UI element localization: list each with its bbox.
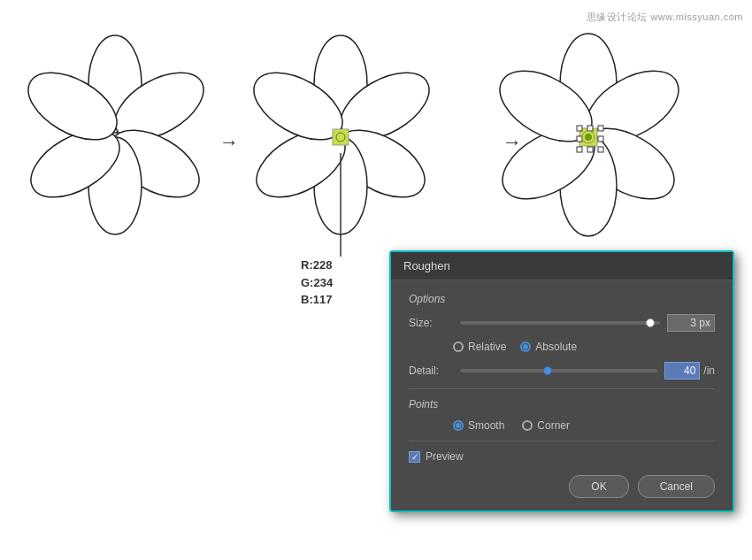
svg-rect-60 [598, 136, 603, 142]
svg-rect-57 [587, 126, 593, 131]
absolute-radio[interactable]: Absolute [520, 341, 577, 353]
smooth-radio-circle[interactable] [453, 420, 464, 431]
color-b: B:117 [301, 291, 333, 309]
radio-row: Relative Absolute [453, 341, 715, 353]
smooth-radio[interactable]: Smooth [453, 419, 504, 432]
size-row: Size: [409, 314, 715, 332]
relative-label: Relative [468, 341, 506, 353]
points-row: Smooth Corner [453, 419, 715, 432]
relative-radio[interactable]: Relative [453, 341, 506, 353]
illustration-area: → → [0, 0, 752, 274]
smooth-label: Smooth [468, 419, 504, 432]
svg-rect-61 [577, 147, 582, 152]
detail-slider-track[interactable] [460, 369, 657, 372]
preview-checkbox[interactable] [409, 451, 420, 463]
svg-text:→: → [219, 131, 239, 153]
points-label: Points [409, 398, 715, 410]
absolute-label: Absolute [535, 341, 577, 353]
size-slider-thumb[interactable] [646, 318, 655, 327]
dialog-title: Roughen [391, 252, 733, 280]
preview-label: Preview [426, 450, 464, 463]
detail-label: Detail: [409, 364, 453, 377]
divider2 [409, 441, 715, 441]
detail-slider-thumb[interactable] [543, 366, 552, 375]
corner-label: Corner [537, 419, 570, 432]
svg-rect-62 [587, 147, 593, 152]
svg-rect-59 [577, 136, 582, 142]
detail-input[interactable] [664, 362, 700, 380]
size-input[interactable] [667, 314, 715, 332]
ok-button[interactable]: OK [569, 475, 628, 498]
svg-point-65 [585, 134, 592, 141]
svg-rect-58 [598, 126, 603, 131]
size-slider-track[interactable] [460, 321, 660, 325]
detail-row: Detail: /in [409, 362, 715, 380]
svg-rect-63 [598, 147, 603, 152]
button-row: OK Cancel [409, 475, 715, 498]
roughen-dialog: Roughen Options Size: Relative Absolute [389, 250, 734, 512]
divider [409, 388, 715, 389]
svg-rect-56 [577, 126, 582, 131]
detail-unit: /in [703, 364, 715, 377]
relative-radio-circle[interactable] [453, 341, 464, 352]
svg-point-37 [336, 133, 345, 142]
color-label: R:228 G:234 B:117 [301, 257, 333, 309]
corner-radio-circle[interactable] [522, 420, 533, 431]
absolute-radio-circle[interactable] [520, 341, 531, 352]
color-r: R:228 [301, 257, 333, 274]
corner-radio[interactable]: Corner [522, 419, 570, 432]
size-label: Size: [409, 317, 453, 329]
options-label: Options [409, 293, 715, 305]
cancel-button[interactable]: Cancel [638, 475, 715, 498]
preview-row[interactable]: Preview [409, 450, 715, 463]
dialog-body: Options Size: Relative Absolute Detail: [391, 280, 733, 510]
color-g: G:234 [301, 274, 333, 292]
